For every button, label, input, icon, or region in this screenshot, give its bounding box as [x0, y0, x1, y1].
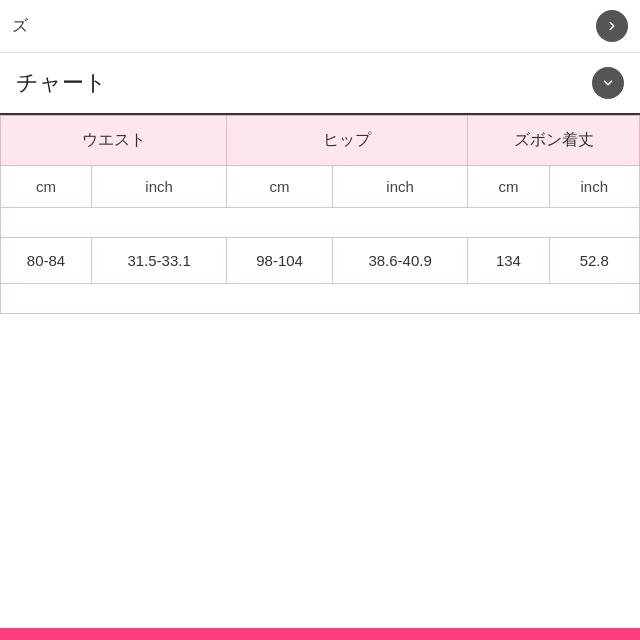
- cell-waist-inch: 31.5-33.1: [91, 238, 226, 284]
- chart-header-row: チャート: [0, 53, 640, 115]
- chevron-down-icon: [601, 76, 615, 90]
- size-chart-table: ウエスト ヒップ ズボン着丈 cm inch cm inch cm inch: [0, 115, 640, 314]
- subheader-waist-inch: inch: [91, 166, 226, 208]
- subheader-row: cm inch cm inch cm inch: [1, 166, 640, 208]
- next-arrow-button[interactable]: [596, 10, 628, 42]
- subheader-waist-cm: cm: [1, 166, 92, 208]
- chart-title: チャート: [16, 68, 107, 98]
- empty-cell-2: [1, 284, 640, 314]
- header-waist: ウエスト: [1, 116, 227, 166]
- table-row: 80-84 31.5-33.1 98-104 38.6-40.9 134 52.…: [1, 238, 640, 284]
- top-nav-text: ズ: [12, 16, 596, 37]
- empty-cell: [1, 208, 640, 238]
- cell-waist-cm: 80-84: [1, 238, 92, 284]
- subheader-inseam-inch: inch: [549, 166, 639, 208]
- cell-hip-cm: 98-104: [227, 238, 333, 284]
- subheader-hip-cm: cm: [227, 166, 333, 208]
- cell-inseam-inch: 52.8: [549, 238, 639, 284]
- empty-row: [1, 208, 640, 238]
- empty-row-2: [1, 284, 640, 314]
- page-wrapper: ズ チャート ウエスト ヒップ ズボン着丈: [0, 0, 640, 640]
- chevron-right-icon: [605, 19, 619, 33]
- bottom-bar: [0, 628, 640, 640]
- subheader-hip-inch: inch: [332, 166, 467, 208]
- header-hip: ヒップ: [227, 116, 468, 166]
- cell-inseam-cm: 134: [468, 238, 549, 284]
- top-nav: ズ: [0, 0, 640, 53]
- collapse-button[interactable]: [592, 67, 624, 99]
- subheader-inseam-cm: cm: [468, 166, 549, 208]
- table-header-row: ウエスト ヒップ ズボン着丈: [1, 116, 640, 166]
- size-chart-table-wrapper: ウエスト ヒップ ズボン着丈 cm inch cm inch cm inch: [0, 115, 640, 628]
- header-inseam: ズボン着丈: [468, 116, 640, 166]
- cell-hip-inch: 38.6-40.9: [332, 238, 467, 284]
